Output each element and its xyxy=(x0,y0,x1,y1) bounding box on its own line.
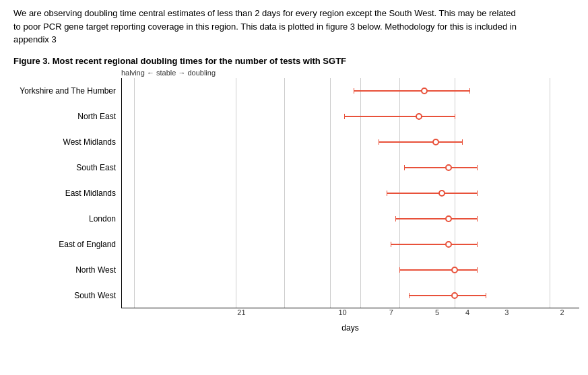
x-tick-21: 21 xyxy=(237,308,245,316)
x-tick-3: 3 xyxy=(504,308,509,316)
data-row-7 xyxy=(122,257,579,283)
data-row-3 xyxy=(122,155,579,180)
data-row-5 xyxy=(122,206,579,232)
data-row-6 xyxy=(122,232,579,257)
center-point xyxy=(432,139,439,145)
y-label-yorkshire-and-the-humber: Yorkshire and The Humber xyxy=(13,78,121,104)
center-point xyxy=(438,190,445,197)
y-label-south-east: South East xyxy=(13,155,121,180)
error-bar xyxy=(344,116,455,117)
cap-right xyxy=(486,293,486,298)
center-point xyxy=(416,113,422,120)
x-tick-5: 5 xyxy=(435,308,439,316)
cap-right xyxy=(477,191,478,196)
cap-left xyxy=(399,267,400,273)
cap-right xyxy=(469,88,470,94)
error-bar xyxy=(409,295,485,296)
cap-right xyxy=(477,242,478,247)
cap-left xyxy=(391,242,391,247)
data-row-4 xyxy=(122,180,579,206)
chart-container: Yorkshire and The HumberNorth EastWest M… xyxy=(13,78,579,333)
data-row-1 xyxy=(122,104,579,129)
error-bar xyxy=(395,218,478,219)
cap-left xyxy=(387,191,387,196)
x-axis: 2110754321 xyxy=(121,308,579,322)
center-point xyxy=(445,241,452,248)
y-label-london: London xyxy=(13,206,121,232)
cap-left xyxy=(409,293,410,298)
data-row-8 xyxy=(122,283,579,308)
y-label-north-west: North West xyxy=(13,257,121,283)
error-bar xyxy=(404,167,477,168)
y-label-south-west: South West xyxy=(13,283,121,308)
center-point xyxy=(445,215,452,222)
cap-right xyxy=(455,114,455,119)
error-bar xyxy=(379,141,462,143)
error-bar xyxy=(399,269,477,271)
chart-area: Yorkshire and The HumberNorth EastWest M… xyxy=(13,78,579,308)
cap-right xyxy=(477,165,478,170)
plot-area xyxy=(121,78,579,308)
center-point xyxy=(421,88,428,94)
center-point xyxy=(451,267,458,273)
cap-left xyxy=(404,165,405,170)
cap-left xyxy=(344,114,345,119)
center-point xyxy=(445,164,452,171)
cap-left xyxy=(354,88,354,94)
y-label-east-midlands: East Midlands xyxy=(13,180,121,206)
cap-right xyxy=(477,267,478,273)
error-bar xyxy=(354,90,469,92)
cap-right xyxy=(462,139,463,145)
figure-title: Figure 3. Most recent regional doubling … xyxy=(13,56,575,66)
y-label-west-midlands: West Midlands xyxy=(13,129,121,155)
data-row-0 xyxy=(122,78,579,104)
axis-direction-label: halving ← stable → doubling xyxy=(121,69,575,77)
y-label-north-east: North East xyxy=(13,104,121,129)
x-tick-4: 4 xyxy=(465,308,469,316)
cap-right xyxy=(477,216,478,221)
y-label-east-of-england: East of England xyxy=(13,232,121,257)
error-bar xyxy=(387,193,477,194)
data-row-2 xyxy=(122,129,579,155)
x-tick-7: 7 xyxy=(389,308,393,316)
center-point xyxy=(451,292,458,299)
cap-left xyxy=(379,139,379,145)
x-tick-2: 2 xyxy=(560,308,564,316)
y-labels: Yorkshire and The HumberNorth EastWest M… xyxy=(13,78,121,308)
x-axis-label: days xyxy=(121,323,579,333)
error-bar xyxy=(391,244,477,245)
cap-left xyxy=(395,216,396,221)
x-tick-10: 10 xyxy=(339,308,347,316)
description-text: We are observing doubling time central e… xyxy=(13,7,525,46)
